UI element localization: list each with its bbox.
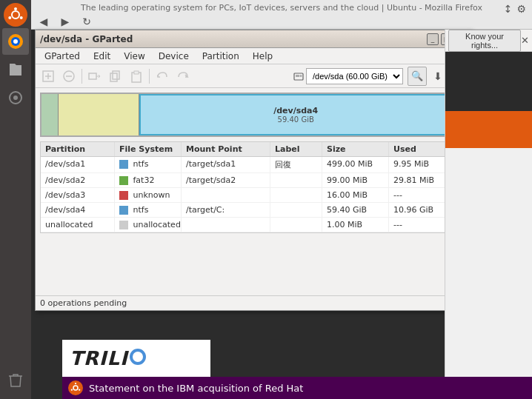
know-rights-bar: Know your rights... ✕	[445, 30, 532, 52]
forward-icon[interactable]: ▶	[56, 12, 75, 31]
svg-rect-16	[110, 73, 117, 81]
table-cell-0-2: /target/sda1	[182, 157, 270, 172]
know-rights-button[interactable]: Know your rights...	[448, 30, 521, 52]
network-icon[interactable]: ↕	[504, 3, 513, 15]
partition-sda1-segment[interactable]	[41, 94, 59, 135]
table-cell-3-1: ntfs	[115, 203, 182, 217]
table-cell-4-4: 1.00 MiB	[322, 218, 389, 232]
table-cell-3-5: 10.96 GiB	[389, 203, 448, 217]
paste-button[interactable]	[127, 67, 146, 86]
firefox-status-text: Statement on the IBM acquisition of Red …	[89, 383, 303, 394]
ubuntu-status-icon	[69, 381, 82, 395]
svg-point-3	[20, 16, 23, 19]
table-header: Partition File System Mount Point Label …	[41, 142, 466, 157]
taskbar-trash-icon[interactable]	[2, 366, 29, 393]
col-label: Label	[270, 142, 322, 156]
files-icon	[7, 61, 24, 78]
main-content: The leading operating system for PCs, Io…	[31, 0, 532, 399]
trash-icon	[7, 371, 24, 389]
col-partition: Partition	[41, 142, 115, 156]
partition-table-container: Partition File System Mount Point Label …	[40, 141, 467, 233]
table-cell-1-2: /target/sda2	[182, 173, 270, 187]
menu-edit[interactable]: Edit	[87, 50, 116, 63]
menu-help[interactable]: Help	[247, 50, 279, 63]
svg-point-2	[14, 7, 17, 10]
svg-point-25	[75, 383, 76, 384]
table-row[interactable]: /dev/sda3 unknown16.00 MiB------msftres	[41, 188, 466, 203]
table-cell-3-4: 59.40 GiB	[322, 203, 389, 217]
table-row[interactable]: unallocated unallocated1.00 MiB------	[41, 218, 466, 232]
apply-icon	[176, 70, 190, 83]
table-row[interactable]: /dev/sda2 fat32/target/sda299.00 MiB29.8…	[41, 173, 466, 188]
table-cell-3-0: /dev/sda4	[41, 203, 115, 217]
svg-rect-15	[89, 73, 96, 79]
minimize-button[interactable]: _	[427, 33, 439, 45]
status-ubuntu-icon	[68, 380, 83, 395]
taskbar-files-icon[interactable]	[2, 56, 29, 83]
back-icon[interactable]: ◀	[34, 12, 53, 31]
window-controls-outer: ↕ ⚙	[504, 3, 526, 15]
refresh-icon[interactable]: ↻	[77, 12, 96, 31]
table-cell-2-3	[270, 188, 322, 202]
svg-point-9	[13, 95, 18, 100]
settings-icon	[7, 89, 24, 107]
ubuntu-logo-icon	[7, 6, 24, 24]
firefox-status-bar: Statement on the IBM acquisition of Red …	[62, 377, 532, 399]
undo-icon	[156, 70, 169, 83]
table-cell-2-0: /dev/sda3	[41, 188, 115, 202]
menu-device[interactable]: Device	[153, 50, 195, 63]
menu-gparted[interactable]: GParted	[39, 50, 86, 63]
table-cell-4-2	[182, 218, 270, 232]
table-row[interactable]: /dev/sda1 ntfs/target/sda1回復499.00 MiB9.…	[41, 157, 466, 173]
table-cell-4-5: ---	[389, 218, 448, 232]
taskbar-ubuntu-icon[interactable]	[4, 3, 27, 27]
toolbar-sep-2	[149, 69, 150, 84]
col-mountpoint: Mount Point	[182, 142, 270, 156]
operations-pending: 0 operations pending	[40, 298, 127, 308]
table-cell-0-1: ntfs	[115, 157, 182, 172]
svg-rect-17	[113, 71, 119, 79]
new-icon	[41, 70, 55, 83]
menu-partition[interactable]: Partition	[196, 50, 245, 63]
sidebar-remaining	[445, 148, 532, 399]
device-select[interactable]: /dev/sda (60.00 GiB)	[306, 68, 403, 84]
svg-point-27	[71, 389, 73, 391]
col-used: Used	[389, 142, 448, 156]
search-button[interactable]: 🔍	[408, 67, 427, 86]
table-cell-1-1: fat32	[115, 173, 182, 187]
partition-sda4-segment[interactable]: /dev/sda4 59.40 GiB	[139, 94, 453, 135]
table-row[interactable]: /dev/sda4 ntfs/target/C:59.40 GiB10.96 G…	[41, 203, 466, 218]
svg-point-7	[13, 39, 18, 44]
svg-point-4	[8, 16, 11, 19]
undo-button[interactable]	[153, 67, 172, 86]
table-cell-4-0: unallocated	[41, 218, 115, 232]
trilio-o-icon	[130, 349, 146, 365]
toolbar: /dev/sda (60.00 GiB) 🔍 ⬇ 🏠	[36, 64, 471, 88]
table-cell-2-4: 16.00 MiB	[322, 188, 389, 202]
copy-button[interactable]	[106, 67, 125, 86]
table-cell-3-3	[270, 203, 322, 217]
taskbar-firefox-icon[interactable]	[2, 28, 29, 55]
settings-menu-icon[interactable]: ⚙	[516, 3, 526, 15]
col-size: Size	[322, 142, 389, 156]
table-cell-0-5: 9.95 MiB	[389, 157, 448, 172]
taskbar-settings-icon[interactable]	[2, 84, 29, 111]
sidebar-close-button[interactable]: ✕	[521, 35, 529, 46]
resize-button[interactable]	[85, 67, 104, 86]
window-titlebar: /dev/sda - GParted _ □ ✕	[36, 30, 471, 48]
firefox-title: The leading operating system for PCs, Io…	[31, 0, 532, 14]
table-cell-2-1: unknown	[115, 188, 182, 202]
firefox-icon	[7, 33, 24, 50]
table-cell-1-4: 99.00 MiB	[322, 173, 389, 187]
table-cell-0-4: 499.00 MiB	[322, 157, 389, 172]
table-cell-3-2: /target/C:	[182, 203, 270, 217]
menu-view[interactable]: View	[118, 50, 150, 63]
partition-fat32-segment[interactable]	[59, 94, 139, 135]
disk-icon	[293, 70, 305, 82]
sidebar-dark-area	[445, 52, 532, 111]
new-partition-button[interactable]	[39, 67, 58, 86]
device-selector: /dev/sda (60.00 GiB)	[293, 68, 403, 84]
firefox-nav-bar: ◀ ▶ ↻	[31, 14, 532, 29]
delete-partition-button[interactable]	[59, 67, 79, 86]
apply-button[interactable]	[173, 67, 193, 86]
